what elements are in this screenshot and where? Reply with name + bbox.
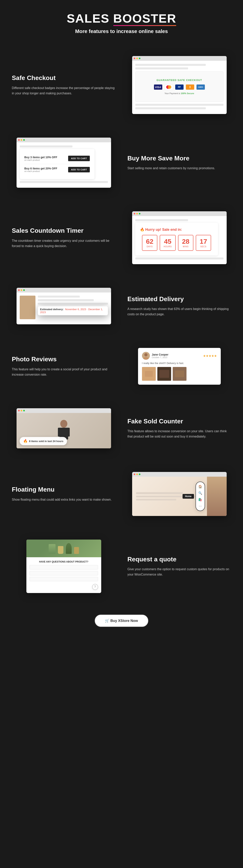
floating-pill: 🏠 🔍 🛍️ ⋯ — [195, 482, 205, 511]
add-to-cart-btn-2[interactable]: ADD TO CART — [68, 167, 89, 173]
feature-countdown-desc: The countdown timer creates sale urgency… — [12, 238, 115, 249]
amex-icon: AMEX — [196, 84, 205, 90]
feature-delivery-title: Estimated Delivery — [128, 295, 231, 303]
browser-bar — [132, 56, 227, 61]
home-icon[interactable]: 🏠 — [198, 485, 202, 489]
help-circle-icon[interactable]: ? — [92, 584, 98, 590]
feature-photo-reviews-title: Photo Reviews — [12, 355, 115, 363]
delivery-widget: Estimated delivery: November 6, 2023 · D… — [38, 306, 108, 315]
promo-row1-main: Buy 3 items get 10% OFF — [24, 156, 57, 159]
browser-bar — [132, 211, 227, 216]
payment-icons-row: VISA PP ₿ AMEX — [143, 84, 215, 90]
search-icon[interactable]: 🔍 — [198, 491, 202, 495]
countdown-widget: 🔥 Hurry up! Sale end in: 62 DAYS 45 HOUR… — [135, 223, 218, 255]
timer-days: 62 DAYS — [142, 235, 157, 251]
screen-placeholder-bar — [38, 296, 80, 298]
review-text: I really like the shirt!!! Delivery is f… — [142, 362, 217, 365]
quote-input-2[interactable] — [30, 571, 98, 575]
menu-icon[interactable]: ⋯ — [199, 504, 202, 508]
promo-row2-main: Buy 6 items get 20% OFF — [24, 167, 57, 170]
browser-dot-yellow — [136, 58, 138, 59]
safe-checkout-content: GUARANTEED SAFE CHECKOUT VISA — [132, 61, 227, 114]
svg-point-1 — [168, 85, 171, 89]
reviewer-name: Jane Cooper — [152, 353, 168, 356]
feature-countdown-text: Sales Countdown Timer The countdown time… — [12, 227, 115, 249]
browser-bar — [132, 472, 227, 477]
promo-row-1-text: Buy 3 items get 10% OFF on each product — [24, 156, 57, 161]
feature-photo-reviews: Photo Reviews This feature will help you… — [0, 336, 243, 397]
quote-header — [26, 539, 101, 557]
timer-days-label: DAYS — [146, 246, 154, 248]
floating-menu-content: Home 🏠 🔍 🛍️ ⋯ — [132, 477, 227, 516]
reviewer-date: October 7, 2023 — [152, 356, 168, 359]
floating-menu-widget: Home 🏠 🔍 🛍️ ⋯ — [183, 482, 205, 511]
screen-placeholder-bar — [135, 107, 206, 109]
screen-placeholder-bar — [135, 257, 223, 259]
quote-question-text: HAVE ANY QUESTIONS ABOUT PRODUCT? — [30, 560, 98, 563]
svg-rect-7 — [159, 370, 169, 378]
secure-text: Your Payment is 100% Secure — [143, 92, 215, 95]
feature-safe-checkout-text: Safe Checkout Different safe checkout ba… — [12, 74, 115, 96]
timer-secs-value: 17 — [200, 238, 207, 245]
browser-dot-red — [134, 213, 135, 214]
feature-countdown-visual: 🔥 Hurry up! Sale end in: 62 DAYS 45 HOUR… — [128, 211, 231, 264]
feature-countdown: Sales Countdown Timer The countdown time… — [0, 199, 243, 276]
browser-dot-yellow — [136, 213, 138, 214]
timer-days-value: 62 — [146, 238, 154, 245]
browser-dot-green — [139, 58, 140, 59]
browser-dot-yellow — [21, 139, 22, 141]
delivery-content: Estimated delivery: November 6, 2023 · D… — [17, 292, 111, 324]
countdown-mockup: 🔥 Hurry up! Sale end in: 62 DAYS 45 HOUR… — [132, 211, 227, 264]
secure-strong: 100% Secure — [181, 92, 194, 95]
feature-safe-checkout-title: Safe Checkout — [12, 74, 115, 82]
review-photo-1 — [142, 367, 156, 381]
feature-floating-menu: Floating Menu Show floating menu that co… — [0, 460, 243, 528]
promo-row-1: Buy 3 items get 10% OFF on each product … — [24, 153, 90, 164]
home-label-badge: Home — [183, 494, 194, 499]
browser-dot-yellow — [21, 410, 22, 411]
add-to-cart-btn-1[interactable]: ADD TO CART — [68, 156, 89, 161]
promo-row-2-text: Buy 6 items get 20% OFF on each product — [24, 167, 57, 173]
buy-now-button[interactable]: 🛒 Buy XStore Now — [95, 615, 148, 627]
quote-input-3[interactable] — [30, 577, 98, 581]
sold-counter-badge: 🔥 8 items sold in last 24 hours — [20, 437, 67, 445]
timer-boxes: 62 DAYS 45 HOURS 28 MINS 17 — [140, 235, 213, 251]
svg-point-10 — [60, 420, 68, 428]
fire-icon: 🔥 — [23, 439, 28, 443]
feature-safe-checkout-desc: Different safe checkout badges increase … — [12, 85, 115, 96]
delivery-label: Estimated delivery: November 6, 2023 · D… — [40, 308, 106, 314]
browser-bar — [17, 137, 111, 142]
feature-buy-more-desc: Start selling more and retain customers … — [128, 165, 231, 171]
feature-delivery-desc: A research study has shown that 63% of u… — [128, 306, 231, 317]
timer-mins-label: MINS — [182, 246, 189, 248]
bag-icon[interactable]: 🛍️ — [198, 498, 202, 501]
svg-rect-5 — [145, 371, 153, 377]
feature-photo-reviews-visual: Jane Cooper October 7, 2023 ★★★★★ I real… — [128, 348, 231, 385]
browser-dot-yellow — [21, 289, 22, 291]
reviewer-info: Jane Cooper October 7, 2023 — [142, 352, 168, 360]
guaranteed-word: GUARANTEED — [157, 79, 177, 82]
browser-dot-red — [18, 289, 20, 291]
feature-request-quote-text: Request a quote Give your customers the … — [128, 555, 231, 577]
visa-icon: VISA — [154, 84, 162, 90]
quote-input-1[interactable] — [30, 565, 98, 569]
header-title: SALES BOOSTER — [67, 12, 177, 25]
feature-delivery-text: Estimated Delivery A research study has … — [128, 295, 231, 317]
hurry-text: 🔥 Hurry up! Sale end in: — [140, 227, 213, 232]
browser-dot-green — [23, 410, 25, 411]
buy-more-mockup: Buy 3 items get 10% OFF on each product … — [17, 137, 111, 188]
paypal-icon: PP — [175, 84, 184, 90]
promo-row-2: Buy 6 items get 20% OFF on each product … — [24, 164, 90, 175]
safe-checkout-mockup: GUARANTEED SAFE CHECKOUT VISA — [132, 56, 227, 114]
header-title-accent: BOOSTER — [113, 11, 177, 25]
screen-placeholder-bar — [38, 303, 108, 305]
bitcoin-icon: ₿ — [186, 84, 194, 90]
feature-fake-sold-visual: 🔥 8 items sold in last 24 hours — [12, 408, 115, 448]
feature-floating-menu-text: Floating Menu Show floating menu that co… — [12, 486, 115, 502]
timer-hours: 45 HOURS — [160, 235, 176, 251]
timer-mins: 28 MINS — [178, 235, 193, 251]
browser-dot-green — [139, 473, 140, 475]
review-header: Jane Cooper October 7, 2023 ★★★★★ — [142, 352, 217, 360]
feature-fake-sold: Fake Sold Counter This feature allows to… — [0, 397, 243, 460]
sold-counter-mockup: 🔥 8 items sold in last 24 hours — [17, 408, 111, 448]
